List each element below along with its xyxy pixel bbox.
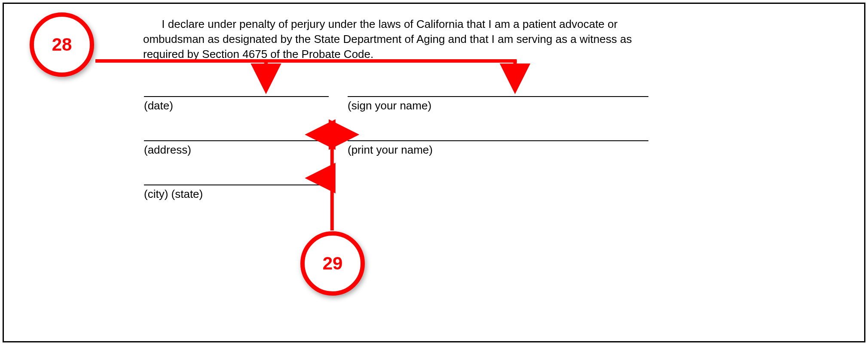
- city-state-field-line: [144, 185, 329, 185]
- city-state-field-label: (city) (state): [144, 188, 203, 201]
- address-field-label: (address): [144, 143, 191, 157]
- print-field-line: [348, 140, 648, 141]
- date-field-label: (date): [144, 99, 173, 112]
- callout-29-number: 29: [323, 253, 343, 274]
- document-frame: I declare under penalty of perjury under…: [3, 3, 865, 342]
- declaration-paragraph: I declare under penalty of perjury under…: [143, 17, 654, 62]
- callout-28: 28: [30, 12, 94, 77]
- callout-29: 29: [300, 231, 365, 296]
- sign-field-label: (sign your name): [348, 99, 431, 112]
- address-field-line: [144, 140, 329, 141]
- callout-28-number: 28: [52, 34, 72, 55]
- print-field-label: (print your name): [348, 143, 433, 157]
- date-field-line: [144, 96, 329, 97]
- sign-field-line: [348, 96, 648, 97]
